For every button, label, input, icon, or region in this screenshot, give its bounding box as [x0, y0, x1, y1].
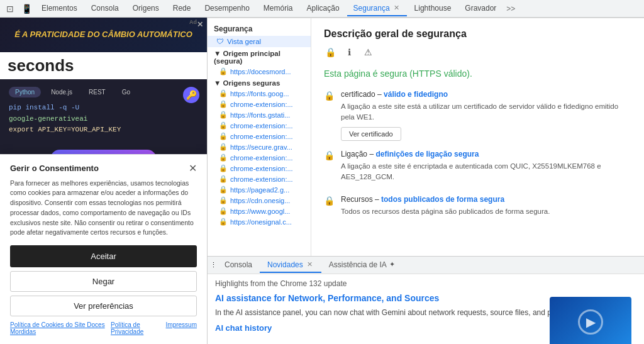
ad-close-btn[interactable]: ✕	[197, 20, 203, 29]
shield-icon: 🛡	[216, 38, 224, 45]
certificate-section: 🔒 certificado – válido e fidedigno A lig…	[324, 90, 631, 141]
lang-tabs: Python Node.js REST Go	[9, 87, 198, 97]
negar-button[interactable]: Negar	[10, 271, 197, 292]
main-layout: Ad ✕ É A PRATICIDADE DO CÂMBIO AUTOMÁTIC…	[0, 18, 644, 344]
tab-rede[interactable]: Rede	[167, 1, 197, 16]
news-row: AI assistance for Network, Performance, …	[215, 293, 636, 333]
sidebar-origin-0[interactable]: 🔒https://fonts.goog...	[208, 88, 311, 99]
lock-origin-main: 🔒	[219, 67, 228, 75]
vista-geral-label: Vista geral	[227, 38, 261, 45]
sidebar-origin-1[interactable]: 🔒chrome-extension:...	[208, 99, 311, 109]
res-body: Recursos – todos publicados de forma seg…	[341, 195, 631, 221]
security-title: Descrição geral de segurança	[324, 28, 631, 40]
ad-corner-label: Ad	[189, 19, 197, 25]
ad-text: É A PRATICIDADE DO CÂMBIO AUTOMÁTICO	[14, 30, 192, 40]
tab-origens[interactable]: Origens	[126, 1, 165, 16]
bottom-tab-assistencia-ia[interactable]: Assistência de IA ✦	[321, 258, 402, 273]
aceitar-button[interactable]: Aceitar	[10, 245, 197, 267]
lang-tab-rest[interactable]: REST	[82, 87, 112, 97]
consent-title: Gerir o Consentimento	[10, 164, 99, 173]
security-layout: Segurança 🛡 Vista geral ▼ Origem princip…	[208, 18, 644, 256]
lock-main-icon: 🔒	[324, 46, 336, 58]
tab-lighthouse[interactable]: Lighthouse	[408, 1, 458, 16]
conn-body: Ligação – definições de ligação segura A…	[341, 150, 631, 187]
privacy-policy-link[interactable]: Política de Privacidade	[111, 321, 161, 335]
res-lock-icon: 🔒	[324, 196, 335, 206]
consent-close-btn[interactable]: ✕	[189, 164, 197, 174]
highlight-text: Highlights from the Chrome 132 update	[215, 279, 636, 288]
impressum-link[interactable]: Impressum	[166, 321, 197, 335]
cert-title: certificado – válido e fidedigno	[341, 90, 631, 99]
sidebar-origin-2[interactable]: 🔒https://fonts.gstati...	[208, 109, 311, 120]
cert-body: certificado – válido e fidedigno A ligaç…	[341, 90, 631, 141]
conn-desc: A ligação a este site é encriptada e aut…	[341, 161, 631, 183]
bottom-tab-novidades-close[interactable]: ✕	[306, 260, 314, 269]
sidebar-origin-6[interactable]: 🔒chrome-extension:...	[208, 152, 311, 163]
cookies-policy-link[interactable]: Política de Cookies do Site Doces Mordid…	[10, 321, 106, 335]
sidebar-origin-10[interactable]: 🔒https://cdn.onesig...	[208, 195, 311, 206]
devtools-topbar: ⊡ 📱 Elementos Consola Origens Rede Desem…	[0, 0, 644, 18]
tab-elementos[interactable]: Elementos	[35, 1, 84, 16]
sidebar-origin-11[interactable]: 🔒https://www.googl...	[208, 206, 311, 216]
consent-overlay: Gerir o Consentimento ✕ Para fornecer as…	[0, 154, 207, 345]
origens-seguras-label: ▼ Origens seguras	[208, 77, 311, 88]
tab-consola[interactable]: Consola	[85, 1, 125, 16]
code-section: Python Node.js REST Go pip install -q -U…	[0, 79, 207, 143]
bottom-tab-novidades[interactable]: Novidades ✕	[260, 257, 321, 273]
sidebar-origin-7[interactable]: 🔒chrome-extension:...	[208, 163, 311, 174]
tab-gravador[interactable]: Gravador	[458, 1, 502, 16]
sidebar-origin-9[interactable]: 🔒https://pagead2.g...	[208, 184, 311, 195]
tab-aplicacao[interactable]: Aplicação	[301, 1, 346, 16]
devtools-right-panel: Segurança 🛡 Vista geral ▼ Origem princip…	[208, 18, 644, 344]
consent-header: Gerir o Consentimento ✕	[10, 164, 197, 174]
sidebar-origin-4[interactable]: 🔒chrome-extension:...	[208, 131, 311, 141]
sidebar-origin-8[interactable]: 🔒chrome-extension:...	[208, 174, 311, 184]
valid-banner: Esta página é segura (HTTPS válido).	[324, 69, 631, 79]
bottom-tab-consola[interactable]: Consola	[217, 258, 260, 273]
play-icon: ▶	[578, 309, 603, 335]
more-tabs-btn[interactable]: >>	[504, 4, 518, 13]
info-icon: ℹ	[343, 46, 355, 58]
lang-tab-python[interactable]: Python	[9, 87, 41, 97]
ai-icon: ✦	[389, 260, 395, 269]
ver-certificado-button[interactable]: Ver certificado	[341, 127, 401, 141]
conn-title: Ligação – definições de ligação segura	[341, 150, 631, 158]
warning-icon: ⚠	[362, 46, 374, 58]
code-block: pip install -q -U google-generativeai ex…	[9, 103, 198, 136]
bottom-content: Highlights from the Chrome 132 update AI…	[208, 274, 644, 344]
conn-lock-icon: 🔒	[324, 150, 335, 160]
device-icon[interactable]: 📱	[19, 1, 34, 16]
res-title: Recursos – todos publicados de forma seg…	[341, 195, 631, 204]
connection-section: 🔒 Ligação – definições de ligação segura…	[324, 150, 631, 187]
tab-memoria[interactable]: Memória	[257, 1, 299, 16]
security-sidebar-title: Segurança	[208, 22, 311, 36]
security-content: Descrição geral de segurança 🔒 ℹ ⚠ Esta …	[311, 18, 644, 256]
cert-lock-icon: 🔒	[324, 91, 335, 101]
resources-section: 🔒 Recursos – todos publicados de forma s…	[324, 195, 631, 221]
inspect-icon[interactable]: ⊡	[3, 1, 18, 16]
news-thumbnail: ▶	[550, 297, 631, 344]
lang-tab-nodejs[interactable]: Node.js	[45, 87, 79, 97]
sidebar-origin-3[interactable]: 🔒chrome-extension:...	[208, 120, 311, 131]
webpage-heading: seconds	[0, 52, 207, 79]
bottom-more-options-icon[interactable]: ⋮	[210, 261, 217, 269]
res-desc: Todos os recursos desta página são publi…	[341, 206, 631, 217]
bottom-tabs-bar: ⋮ Consola Novidades ✕ Assistência de IA …	[208, 257, 644, 274]
ad-banner: Ad ✕ É A PRATICIDADE DO CÂMBIO AUTOMÁTIC…	[0, 18, 207, 52]
tab-desempenho[interactable]: Desempenho	[198, 1, 255, 16]
security-icons-row: 🔒 ℹ ⚠	[324, 46, 631, 58]
cert-desc: A ligação a este site está a utilizar um…	[341, 101, 631, 123]
origem-principal-label: ▼ Origem principal (segura)	[208, 47, 311, 66]
security-sidebar: Segurança 🛡 Vista geral ▼ Origem princip…	[208, 18, 311, 256]
ver-preferencias-button[interactable]: Ver preferências	[10, 296, 197, 316]
sidebar-origin-12[interactable]: 🔒https://onesignal.c...	[208, 216, 311, 227]
lang-tab-go[interactable]: Go	[116, 87, 136, 97]
tab-seguranca-close[interactable]: ✕	[392, 3, 401, 13]
lock-icon: 🔑	[183, 87, 199, 103]
sidebar-origin-5[interactable]: 🔒https://secure.grav...	[208, 141, 311, 152]
tab-seguranca[interactable]: Segurança ✕	[347, 1, 407, 16]
sidebar-origem-principal[interactable]: 🔒 https://docesmord...	[208, 66, 311, 77]
sidebar-item-vista-geral[interactable]: 🛡 Vista geral	[208, 36, 311, 47]
bottom-panel: ⋮ Consola Novidades ✕ Assistência de IA …	[208, 256, 644, 344]
webpage-panel: Ad ✕ É A PRATICIDADE DO CÂMBIO AUTOMÁTIC…	[0, 18, 208, 344]
